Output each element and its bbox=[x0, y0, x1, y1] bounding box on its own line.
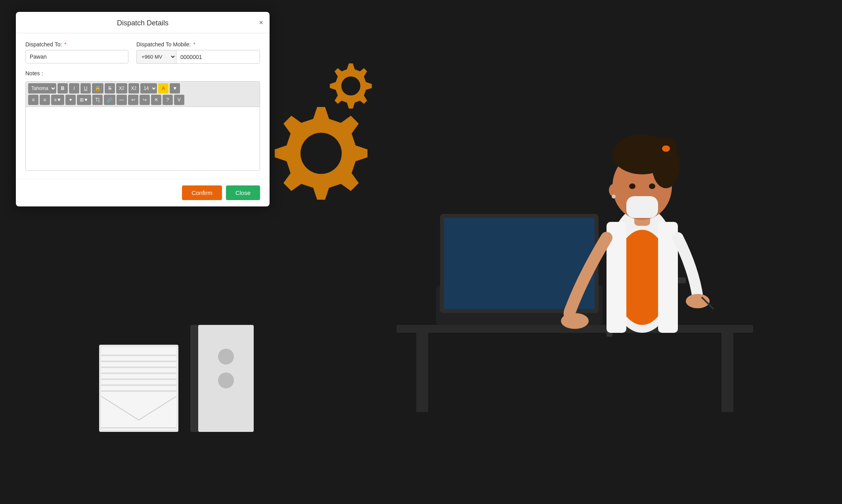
rte-toolbar: Tahoma B I U 🔒 S X2 X2 14 bbox=[26, 82, 260, 107]
modal-close-button[interactable]: × bbox=[259, 19, 263, 26]
undo-button[interactable]: ↩ bbox=[128, 95, 138, 105]
help-button[interactable]: ? bbox=[163, 95, 173, 105]
notes-label: Notes : bbox=[25, 70, 260, 76]
modal-footer: Confirm Close bbox=[16, 179, 270, 206]
toolbar-row-1: Tahoma B I U 🔒 S X2 X2 14 bbox=[28, 83, 257, 94]
dispatched-to-mobile-group: Dispatched To Mobile: * +960 MV bbox=[136, 41, 260, 64]
country-code-select[interactable]: +960 MV bbox=[136, 50, 176, 64]
table-button[interactable]: ⊞▼ bbox=[77, 95, 91, 105]
highlight-button[interactable]: ▼ bbox=[170, 83, 180, 94]
text-format-button[interactable]: T| bbox=[92, 95, 103, 105]
align-center-button[interactable]: ≡ bbox=[40, 95, 50, 105]
source-button[interactable]: V bbox=[174, 95, 184, 105]
dispatched-to-input[interactable] bbox=[25, 50, 128, 63]
required-star-1: * bbox=[64, 41, 66, 48]
redo-button[interactable]: ↪ bbox=[140, 95, 150, 105]
toolbar-row-2: ≡ ≡ ≡▼ ✦ ⊞▼ T| 🔗 — ↩ ↪ ✕ ? V bbox=[28, 95, 257, 105]
superscript-button[interactable]: X2 bbox=[116, 83, 127, 94]
underline-button[interactable]: U bbox=[80, 83, 91, 94]
notes-group: Notes : Tahoma B I U 🔒 bbox=[25, 70, 260, 171]
dispatched-to-label: Dispatched To: * bbox=[25, 41, 128, 48]
bold-button[interactable]: B bbox=[57, 83, 68, 94]
special-chars-button[interactable]: ✦ bbox=[65, 95, 76, 105]
phone-group: +960 MV bbox=[136, 50, 260, 64]
clear-button[interactable]: ✕ bbox=[151, 95, 161, 105]
lock-button[interactable]: 🔒 bbox=[92, 83, 103, 94]
phone-number-input[interactable] bbox=[176, 50, 260, 64]
close-button[interactable]: Close bbox=[226, 185, 260, 200]
required-star-2: * bbox=[193, 41, 195, 48]
modal-header: Dispatch Details × bbox=[16, 12, 270, 33]
form-row-top: Dispatched To: * Dispatched To Mobile: *… bbox=[25, 41, 260, 64]
strikethrough-button[interactable]: S bbox=[105, 83, 115, 94]
modal-body: Dispatched To: * Dispatched To Mobile: *… bbox=[16, 33, 270, 179]
dispatched-to-mobile-label: Dispatched To Mobile: * bbox=[136, 41, 260, 48]
italic-button[interactable]: I bbox=[69, 83, 79, 94]
confirm-button[interactable]: Confirm bbox=[182, 185, 222, 200]
rte-content[interactable] bbox=[26, 107, 260, 170]
text-color-button[interactable]: A bbox=[158, 83, 168, 94]
dispatched-to-group: Dispatched To: * bbox=[25, 41, 128, 64]
align-right-button[interactable]: ≡▼ bbox=[51, 95, 64, 105]
rich-text-editor: Tahoma B I U 🔒 S X2 X2 14 bbox=[25, 81, 260, 171]
dispatch-details-modal: Dispatch Details × Dispatched To: * Disp… bbox=[16, 12, 270, 206]
font-size-select[interactable]: 14 bbox=[140, 83, 157, 94]
link-button[interactable]: 🔗 bbox=[104, 95, 115, 105]
subscript-button[interactable]: X2 bbox=[128, 83, 140, 94]
align-left-button[interactable]: ≡ bbox=[28, 95, 38, 105]
dialog-overlay: Dispatch Details × Dispatched To: * Disp… bbox=[0, 0, 842, 504]
modal-title: Dispatch Details bbox=[117, 19, 168, 27]
font-family-select[interactable]: Tahoma bbox=[28, 83, 56, 94]
horizontal-rule-button[interactable]: — bbox=[117, 95, 127, 105]
